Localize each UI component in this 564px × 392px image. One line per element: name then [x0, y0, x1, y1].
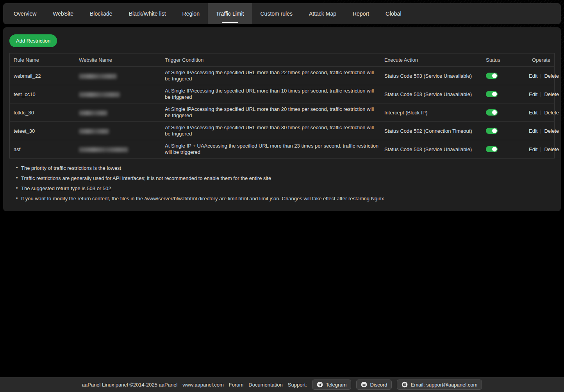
rule-name: asf — [10, 146, 79, 152]
website-name-redacted — [79, 73, 165, 78]
tab-report[interactable]: Report — [344, 3, 377, 24]
note-item: The suggested return type is 503 or 502 — [21, 185, 555, 191]
redacted-text-block — [79, 74, 117, 79]
table-row: asf At Single IP + UAAccessing the speci… — [10, 140, 554, 158]
note-item: Traffic restrictions are generally used … — [21, 175, 555, 181]
edit-link[interactable]: Edit — [529, 110, 537, 116]
redacted-text-block — [79, 110, 107, 116]
telegram-label: Telegram — [326, 382, 346, 388]
restrictions-table: Rule Name Website Name Trigger Condition… — [9, 53, 555, 159]
tab-traffic-limit[interactable]: Traffic Limit — [208, 3, 252, 24]
edit-link[interactable]: Edit — [529, 128, 537, 134]
redacted-text-block — [79, 92, 120, 97]
header-status: Status — [486, 57, 529, 63]
tab-overview[interactable]: Overview — [5, 3, 45, 24]
header-execute-action: Execute Action — [384, 57, 486, 63]
edit-link[interactable]: Edit — [529, 91, 537, 97]
website-name-redacted — [79, 146, 165, 152]
rule-name: lotkfc_30 — [10, 110, 79, 116]
email-label: Email: support@aapanel.com — [411, 382, 477, 388]
tab-region[interactable]: Region — [174, 3, 208, 24]
status-toggle[interactable] — [486, 128, 498, 134]
header-trigger-condition: Trigger Condition — [165, 57, 384, 63]
status-toggle[interactable] — [486, 91, 498, 97]
execute-action: Status Code 503 (Service Unavailable) — [384, 91, 486, 97]
table-row: test_cc10 At Single IPAccessing the spec… — [10, 85, 554, 103]
delete-link[interactable]: Delete — [544, 146, 559, 152]
website-name-redacted — [79, 109, 165, 115]
execute-action: Intercept (Block IP) — [384, 110, 486, 116]
tab-blockade[interactable]: Blockade — [82, 3, 121, 24]
telegram-button[interactable]: Telegram — [312, 380, 351, 390]
trigger-condition: At Single IPAccessing the specified URL … — [165, 103, 384, 121]
operate-divider — [541, 110, 541, 115]
footer-website-link[interactable]: www.aapanel.com — [182, 382, 224, 388]
edit-link[interactable]: Edit — [529, 146, 537, 152]
discord-label: Discord — [370, 382, 387, 388]
operate-divider — [541, 74, 541, 78]
website-name-redacted — [79, 91, 165, 97]
note-item: The priority of traffic restrictions is … — [21, 165, 555, 171]
header-rule-name: Rule Name — [10, 57, 79, 63]
table-row: lotkfc_30 At Single IPAccessing the spec… — [10, 103, 554, 121]
operate-divider — [541, 147, 541, 152]
telegram-icon — [317, 381, 323, 388]
notes-list: The priority of traffic restrictions is … — [9, 165, 555, 201]
execute-action: Status Code 503 (Service Unavailable) — [384, 73, 486, 79]
delete-link[interactable]: Delete — [544, 73, 559, 79]
delete-link[interactable]: Delete — [544, 91, 559, 97]
redacted-text-block — [79, 129, 109, 134]
note-item: If you want to modify the return content… — [21, 196, 555, 201]
rule-name: webmail_22 — [10, 73, 79, 79]
trigger-condition: At Single IPAccessing the specified URL … — [165, 85, 384, 103]
tab-black-white-list[interactable]: Black/White list — [121, 3, 174, 24]
operate-divider — [541, 92, 541, 97]
top-tab-bar: Overview WebSite Blockade Black/White li… — [3, 3, 561, 24]
footer-bar: aaPanel Linux panel ©2014-2025 aaPanel w… — [0, 377, 564, 392]
add-restriction-button[interactable]: Add Restriction — [9, 34, 57, 47]
operate-divider — [541, 129, 541, 134]
footer-support-label: Support: — [288, 382, 307, 388]
redacted-text-block — [79, 147, 128, 152]
rule-name: teteet_30 — [10, 128, 79, 134]
trigger-condition: At Single IPAccessing the specified URL … — [165, 67, 384, 85]
traffic-limit-panel: Add Restriction Rule Name Website Name T… — [3, 27, 561, 211]
trigger-condition: At Single IP + UAAccessing the specified… — [165, 140, 384, 158]
email-icon — [402, 381, 408, 388]
status-toggle[interactable] — [486, 109, 498, 116]
footer-copyright: aaPanel Linux panel ©2014-2025 aaPanel — [82, 382, 178, 388]
status-toggle[interactable] — [486, 146, 498, 152]
trigger-condition: At Single IPAccessing the specified URL … — [165, 122, 384, 140]
discord-icon — [361, 381, 367, 388]
tab-attack-map[interactable]: Attack Map — [301, 3, 344, 24]
table-row: teteet_30 At Single IPAccessing the spec… — [10, 121, 554, 140]
tab-global[interactable]: Global — [377, 3, 409, 24]
email-button[interactable]: Email: support@aapanel.com — [397, 380, 482, 390]
table-row: webmail_22 At Single IPAccessing the spe… — [10, 66, 554, 85]
execute-action: Status Code 503 (Service Unavailable) — [384, 146, 486, 152]
tab-website[interactable]: WebSite — [45, 3, 82, 24]
delete-link[interactable]: Delete — [544, 110, 559, 116]
discord-button[interactable]: Discord — [356, 380, 392, 390]
table-header-row: Rule Name Website Name Trigger Condition… — [10, 53, 554, 66]
header-website-name: Website Name — [79, 57, 165, 63]
website-name-redacted — [79, 128, 165, 134]
edit-link[interactable]: Edit — [529, 73, 537, 79]
delete-link[interactable]: Delete — [544, 128, 559, 134]
footer-docs-link[interactable]: Documentation — [248, 382, 282, 388]
status-toggle[interactable] — [486, 73, 498, 79]
footer-forum-link[interactable]: Forum — [229, 382, 244, 388]
execute-action: Status Code 502 (Connection Timeout) — [384, 128, 486, 134]
header-operate: Operate — [529, 57, 554, 63]
tab-custom-rules[interactable]: Custom rules — [252, 3, 301, 24]
rule-name: test_cc10 — [10, 91, 79, 97]
